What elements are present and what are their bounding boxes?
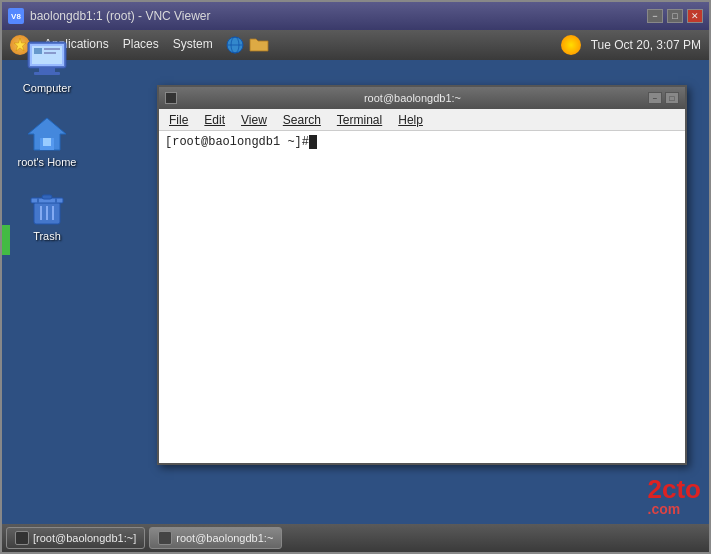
taskbar-terminal2-icon (158, 531, 172, 545)
desktop-icons: Computer root's Home (12, 40, 82, 242)
terminal-maximize-button[interactable]: □ (665, 92, 679, 104)
system-menu[interactable]: System (167, 35, 219, 55)
computer-icon (24, 40, 70, 78)
vnc-title-text: baolongdb1:1 (root) - VNC Viewer (30, 9, 211, 23)
trash-icon-label: Trash (33, 230, 61, 242)
vnc-app-icon: V8 (8, 8, 24, 24)
network-globe-icon (225, 35, 245, 55)
terminal-window: root@baolongdb1:~ − □ File Edit View Sea… (157, 85, 687, 465)
terminal-prompt-text: [root@baolongdb1 ~]# (165, 135, 309, 149)
panel-right: Tue Oct 20, 3:07 PM (561, 35, 701, 55)
vnc-titlebar: V8 baolongdb1:1 (root) - VNC Viewer − □ … (2, 2, 709, 30)
watermark-line1: 2cto (648, 476, 701, 502)
home-icon (24, 114, 70, 152)
green-indicator (2, 225, 10, 255)
taskbar-item-terminal1[interactable]: [root@baolongdb1:~] (6, 527, 145, 549)
computer-desktop-icon[interactable]: Computer (12, 40, 82, 94)
vnc-close-button[interactable]: ✕ (687, 9, 703, 23)
terminal-title: root@baolongdb1:~ (177, 92, 648, 104)
svg-rect-10 (44, 48, 60, 50)
computer-icon-label: Computer (23, 82, 71, 94)
terminal-help-menu[interactable]: Help (392, 111, 429, 129)
svg-rect-7 (34, 72, 60, 75)
svg-rect-11 (44, 52, 56, 54)
svg-rect-14 (43, 138, 51, 146)
panel-datetime: Tue Oct 20, 3:07 PM (591, 38, 701, 52)
terminal-edit-menu[interactable]: Edit (198, 111, 231, 129)
taskbar-item-terminal2[interactable]: root@baolongdb1:~ (149, 527, 282, 549)
trash-desktop-icon[interactable]: Trash (12, 188, 82, 242)
svg-rect-6 (39, 68, 55, 72)
terminal-icon (165, 92, 177, 104)
taskbar-item1-label: [root@baolongdb1:~] (33, 532, 136, 544)
terminal-titlebar: root@baolongdb1:~ − □ (159, 87, 685, 109)
home-icon-label: root's Home (18, 156, 77, 168)
terminal-search-menu[interactable]: Search (277, 111, 327, 129)
terminal-body[interactable]: [root@baolongdb1 ~]# (159, 131, 685, 463)
places-menu[interactable]: Places (117, 35, 165, 55)
vnc-title-left: V8 baolongdb1:1 (root) - VNC Viewer (8, 8, 211, 24)
home-desktop-icon[interactable]: root's Home (12, 114, 82, 168)
vnc-window-controls: − □ ✕ (647, 9, 703, 23)
terminal-cursor (309, 135, 317, 149)
trash-icon (24, 188, 70, 226)
watermark: 2cto.com (648, 476, 701, 517)
watermark-line2: .com (648, 502, 701, 517)
terminal-file-menu[interactable]: File (163, 111, 194, 129)
vnc-viewer-window: V8 baolongdb1:1 (root) - VNC Viewer − □ … (0, 0, 711, 554)
vnc-minimize-button[interactable]: − (647, 9, 663, 23)
folder-icon (249, 35, 269, 53)
terminal-terminal-menu[interactable]: Terminal (331, 111, 388, 129)
desktop: Applications Places System Tue Oct 20, 3… (2, 30, 709, 552)
taskbar-terminal1-icon (15, 531, 29, 545)
svg-rect-21 (37, 198, 39, 203)
svg-rect-9 (34, 48, 42, 54)
terminal-prompt-line: [root@baolongdb1 ~]# (165, 135, 679, 149)
taskbar-item2-label: root@baolongdb1:~ (176, 532, 273, 544)
vnc-maximize-button[interactable]: □ (667, 9, 683, 23)
terminal-view-menu[interactable]: View (235, 111, 273, 129)
terminal-menubar: File Edit View Search Terminal Help (159, 109, 685, 131)
svg-rect-17 (42, 195, 52, 199)
taskbar: [root@baolongdb1:~] root@baolongdb1:~ (2, 524, 709, 552)
terminal-controls: − □ (648, 92, 679, 104)
terminal-minimize-button[interactable]: − (648, 92, 662, 104)
top-panel: Applications Places System Tue Oct 20, 3… (2, 30, 709, 60)
svg-rect-22 (55, 198, 57, 203)
sun-icon (561, 35, 581, 55)
